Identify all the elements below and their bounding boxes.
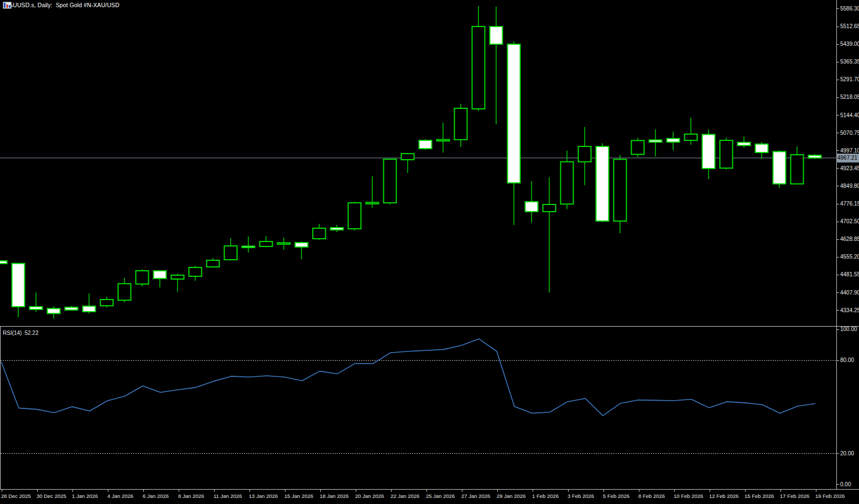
candle bbox=[419, 139, 432, 150]
time-tick bbox=[603, 490, 604, 492]
candle bbox=[525, 181, 538, 223]
candle bbox=[384, 159, 397, 204]
candle bbox=[260, 236, 273, 248]
price-tick-label: 4997.10 bbox=[840, 148, 859, 154]
time-tick-label: 10 Feb 2026 bbox=[674, 493, 703, 499]
candle bbox=[402, 153, 414, 173]
time-tick bbox=[391, 490, 392, 492]
price-tick-label: 4923.45 bbox=[840, 165, 859, 171]
candle bbox=[791, 146, 804, 185]
candle bbox=[295, 242, 308, 259]
rsi-tick-label: 0.00 bbox=[840, 481, 851, 487]
price-tick bbox=[836, 97, 839, 98]
price-tick bbox=[836, 168, 839, 169]
price-tick-label: 4849.80 bbox=[840, 183, 859, 189]
chart-header: XAUUSD.s, Daily: Spot Gold #N-XAU/USD bbox=[3, 2, 119, 8]
time-tick bbox=[533, 490, 533, 492]
symbol-title: XAUUSD.s, Daily: Spot Gold #N-XAU/USD bbox=[5, 2, 119, 8]
rsi-indicator-panel[interactable] bbox=[0, 327, 837, 489]
price-tick bbox=[836, 27, 839, 27]
rsi-label: RSI(14) bbox=[3, 330, 22, 336]
time-tick-label: 22 Jan 2026 bbox=[391, 493, 419, 499]
candle bbox=[437, 123, 450, 153]
candle bbox=[225, 238, 237, 261]
candle bbox=[278, 238, 290, 250]
price-tick-label: 4702.50 bbox=[840, 218, 859, 224]
time-tick bbox=[72, 490, 73, 492]
candle bbox=[543, 177, 556, 293]
time-tick bbox=[816, 490, 816, 492]
price-tick-label: 5365.35 bbox=[840, 59, 859, 65]
price-tick-label: 5512.65 bbox=[840, 23, 859, 29]
price-tick-label: 4555.20 bbox=[840, 254, 859, 260]
price-tick-label: 5586.30 bbox=[840, 6, 859, 12]
time-tick-label: 27 Jan 2026 bbox=[461, 493, 490, 499]
candle bbox=[596, 143, 609, 222]
candle bbox=[809, 154, 821, 159]
price-tick bbox=[836, 80, 839, 80]
candle bbox=[455, 104, 467, 147]
candle bbox=[83, 293, 96, 313]
time-tick-label: 11 Jan 2026 bbox=[214, 493, 242, 499]
price-tick bbox=[836, 150, 839, 151]
candle bbox=[472, 6, 485, 111]
candle bbox=[30, 292, 43, 312]
time-tick bbox=[710, 490, 710, 492]
panel-separator[interactable] bbox=[0, 326, 859, 327]
price-chart-panel[interactable] bbox=[0, 0, 836, 326]
time-tick bbox=[214, 490, 215, 492]
time-tick-label: 13 Jan 2026 bbox=[249, 493, 278, 499]
rsi-caption: RSI(14)52.22 bbox=[3, 330, 38, 336]
time-tick-label: 28 Dec 2025 bbox=[1, 493, 31, 499]
candle bbox=[366, 176, 379, 208]
time-tick bbox=[249, 490, 250, 492]
price-tick-label: 5439.00 bbox=[840, 41, 859, 47]
price-tick bbox=[836, 257, 839, 258]
candle bbox=[313, 224, 326, 240]
price-tick bbox=[836, 186, 839, 186]
candle bbox=[154, 270, 166, 287]
candle bbox=[561, 151, 574, 209]
time-tick-label: 15 Jan 2026 bbox=[284, 493, 313, 499]
candle bbox=[685, 118, 697, 145]
price-tick bbox=[836, 204, 839, 204]
rsi-line bbox=[1, 339, 815, 416]
candle bbox=[756, 142, 768, 159]
candle bbox=[649, 129, 662, 156]
time-tick bbox=[568, 490, 569, 492]
time-tick bbox=[497, 490, 498, 492]
candle bbox=[773, 150, 786, 188]
rsi-tick bbox=[836, 453, 839, 454]
time-tick bbox=[2, 490, 2, 492]
time-tick bbox=[462, 490, 462, 492]
time-tick bbox=[320, 490, 321, 492]
time-tick bbox=[37, 490, 38, 492]
price-tick-label: 5070.75 bbox=[840, 130, 859, 136]
price-axis[interactable] bbox=[836, 0, 859, 490]
candle bbox=[118, 278, 131, 302]
price-tick bbox=[836, 62, 839, 62]
time-tick-label: 5 Feb 2026 bbox=[603, 493, 629, 499]
candle bbox=[490, 7, 503, 124]
time-tick-label: 6 Jan 2026 bbox=[143, 493, 169, 499]
candle bbox=[508, 41, 520, 225]
price-tick-label: 4407.90 bbox=[840, 290, 859, 296]
time-tick bbox=[426, 490, 427, 492]
candle bbox=[65, 306, 78, 311]
candle bbox=[48, 306, 60, 318]
candle bbox=[348, 202, 361, 230]
price-tick-label: 4334.25 bbox=[840, 307, 859, 313]
candle bbox=[189, 266, 202, 281]
time-tick bbox=[285, 490, 285, 492]
candle bbox=[207, 258, 220, 267]
rsi-tick-label: 20.00 bbox=[840, 450, 854, 456]
current-price-badge: 4967.21 bbox=[836, 154, 859, 162]
candle bbox=[720, 138, 733, 170]
time-tick bbox=[780, 490, 781, 492]
candle bbox=[101, 297, 113, 308]
rsi-tick-label: 80.00 bbox=[840, 357, 854, 363]
price-tick-label: 5218.05 bbox=[840, 94, 859, 100]
price-tick-label: 5144.40 bbox=[840, 112, 859, 118]
time-tick bbox=[179, 490, 179, 492]
time-tick bbox=[639, 490, 639, 492]
